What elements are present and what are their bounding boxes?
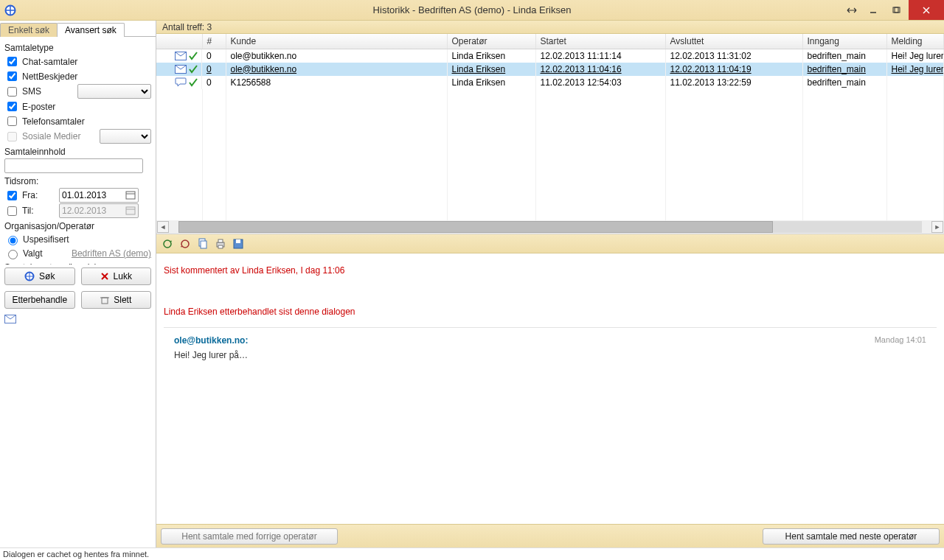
prev-operator-button[interactable]: Hent samtale med forrige operatør <box>161 528 338 545</box>
message-time: Mandag 14:01 <box>875 335 926 346</box>
row-status-icon <box>188 64 198 74</box>
svg-rect-5 <box>895 7 900 13</box>
svg-rect-4 <box>893 7 898 13</box>
chat-checkbox[interactable] <box>7 57 17 66</box>
svg-rect-30 <box>236 239 240 243</box>
table-row[interactable]: 0ole@butikken.noLinda Eriksen12.02.2013 … <box>156 63 944 76</box>
svg-rect-28 <box>218 245 223 248</box>
org-label: Organisasjon/Operatør <box>4 221 151 231</box>
message-body: Hei! Jeg lurer på… <box>164 350 937 360</box>
filter-panel: Enkelt søk Avansert søk Samtaletype Chat… <box>0 21 156 547</box>
scroll-left-icon[interactable]: ◄ <box>157 221 169 233</box>
close-panel-button[interactable]: Lukk <box>81 267 152 285</box>
drag-arrows-icon[interactable] <box>842 0 861 20</box>
telefon-checkbox[interactable] <box>7 116 17 126</box>
row-status-icon <box>188 51 198 61</box>
table-row[interactable]: 0K1256588Linda Eriksen11.02.2013 12:54:0… <box>156 76 944 89</box>
slett-label: Slett <box>114 295 131 305</box>
org-valgt-radio[interactable] <box>8 250 18 259</box>
row-type-icon <box>175 52 187 60</box>
til-label: Til: <box>22 206 56 216</box>
sms-label: SMS <box>22 86 41 97</box>
samtaletype-label: Samtaletype <box>4 43 151 53</box>
partner-label: Samtalepartner (kunde) <box>4 262 151 265</box>
save-icon[interactable] <box>232 237 245 251</box>
next-operator-button[interactable]: Hent samtale med neste operatør <box>763 528 940 545</box>
col-avsluttet[interactable]: Avsluttet <box>665 34 802 49</box>
chat-label: Chat-samtaler <box>22 57 77 67</box>
print-icon[interactable] <box>214 237 227 251</box>
row-type-icon <box>175 65 187 74</box>
col-icons[interactable] <box>156 34 202 49</box>
sync-icon[interactable] <box>178 237 192 251</box>
innhold-input[interactable] <box>4 158 143 173</box>
etterbehandle-label: Etterbehandle <box>12 295 67 305</box>
svg-rect-27 <box>218 239 223 242</box>
nett-label: NettBeskjeder <box>22 71 77 82</box>
sosiale-label: Sosiale Medier <box>22 131 80 141</box>
svg-point-23 <box>181 240 189 248</box>
sosiale-checkbox <box>7 132 17 141</box>
org-uspes-radio[interactable] <box>8 236 18 245</box>
refresh-icon[interactable] <box>161 237 174 251</box>
search-button-label: Søk <box>39 271 55 281</box>
window-titlebar: Historikk - Bedriften AS (demo) - Linda … <box>0 0 944 21</box>
result-count: Antall treff: 3 <box>156 21 944 34</box>
fra-checkbox[interactable] <box>7 191 17 200</box>
sms-combo[interactable] <box>77 84 151 99</box>
col-startet[interactable]: Startet <box>535 34 665 49</box>
detail-processed-line: Linda Eriksen etterbehandlet sist denne … <box>164 307 937 317</box>
etterbehandle-button[interactable]: Etterbehandle <box>4 291 75 309</box>
col-num[interactable]: # <box>202 34 226 49</box>
status-bar: Dialogen er cachet og hentes fra minnet. <box>0 547 944 560</box>
tidsrom-label: Tidsrom: <box>4 176 151 186</box>
org-link[interactable]: Bedriften AS (demo) <box>72 248 151 259</box>
copy-icon[interactable] <box>196 237 209 251</box>
detail-pane: Sist kommentert av Linda Eriksen, I dag … <box>156 253 944 524</box>
table-row[interactable]: 0ole@butikken.noLinda Eriksen12.02.2013 … <box>156 49 944 63</box>
detail-comment-line: Sist kommentert av Linda Eriksen, I dag … <box>164 265 937 276</box>
window-title: Historikk - Bedriften AS (demo) - Linda … <box>0 4 944 15</box>
tab-simple-search[interactable]: Enkelt søk <box>0 23 58 37</box>
epost-label: E-poster <box>22 102 55 112</box>
slett-button[interactable]: Slett <box>81 291 152 309</box>
horizontal-scrollbar[interactable]: ◄ ► <box>156 220 944 234</box>
svg-rect-25 <box>201 241 206 248</box>
tab-advanced-search[interactable]: Avansert søk <box>57 23 125 37</box>
innhold-label: Samtaleinnhold <box>4 147 151 157</box>
detail-toolbar <box>156 234 944 253</box>
calendar-icon <box>125 206 136 216</box>
epost-checkbox[interactable] <box>7 102 17 111</box>
svg-rect-17 <box>102 298 108 304</box>
svg-point-22 <box>164 240 171 248</box>
sosiale-combo[interactable] <box>100 129 151 144</box>
svg-rect-10 <box>126 207 135 214</box>
nett-checkbox[interactable] <box>7 71 17 81</box>
org-uspes-label: Uspesifisert <box>23 234 69 245</box>
row-type-icon <box>175 77 187 88</box>
message-sender: ole@butikken.no: <box>174 335 248 346</box>
fra-label: Fra: <box>22 190 56 200</box>
search-button[interactable]: Søk <box>4 267 75 285</box>
maximize-button[interactable] <box>885 0 909 20</box>
org-valgt-label: Valgt <box>23 248 42 259</box>
til-checkbox[interactable] <box>7 206 17 216</box>
sms-checkbox[interactable] <box>7 87 17 97</box>
svg-rect-8 <box>126 192 135 199</box>
row-status-icon <box>188 77 198 88</box>
col-operator[interactable]: Operatør <box>447 34 535 49</box>
close-panel-label: Lukk <box>114 271 132 281</box>
minimize-button[interactable] <box>861 0 885 20</box>
close-button[interactable] <box>909 0 944 20</box>
telefon-label: Telefonsamtaler <box>22 116 85 127</box>
calendar-icon[interactable] <box>125 190 136 200</box>
col-kunde[interactable]: Kunde <box>226 34 447 49</box>
col-inngang[interactable]: Inngang <box>802 34 886 49</box>
mail-icon[interactable] <box>4 315 16 323</box>
col-melding[interactable]: Melding <box>886 34 944 49</box>
results-table: # Kunde Operatør Startet Avsluttet Innga… <box>156 34 944 220</box>
scroll-right-icon[interactable]: ► <box>931 221 943 233</box>
